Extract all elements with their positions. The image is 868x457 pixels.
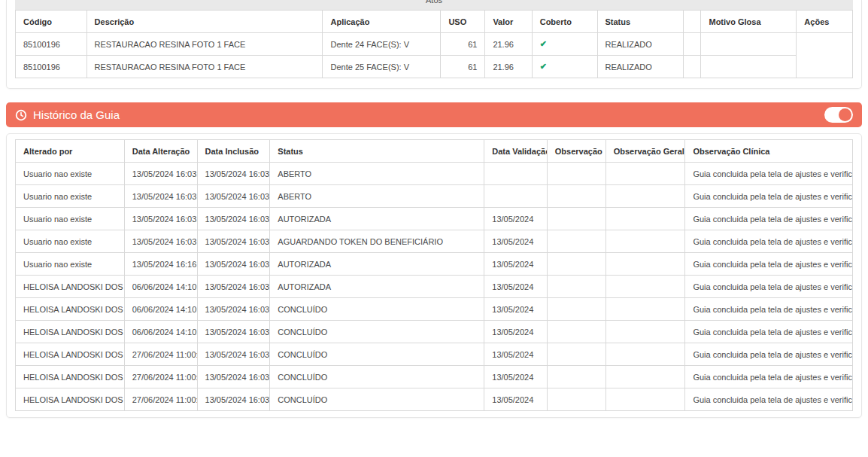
cell-spacer [684,33,701,56]
cell-data-validacao: 13/05/2024 [484,230,547,253]
cell-data-validacao: 13/05/2024 [484,298,547,321]
cell-data-alteracao: 06/06/2024 14:10:24 [124,276,197,298]
cell-data-validacao [484,163,547,185]
cell-data-alteracao: 06/06/2024 14:10:24 [124,321,197,343]
col-header-motivo-glosa: Motivo Glosa [701,11,797,33]
cell-observacao-geral [605,163,685,185]
cell-data-inclusao: 13/05/2024 16:03:46 [197,343,270,366]
table-row: Usuario nao existe 13/05/2024 16:03:46 1… [16,163,853,185]
col-header-uso: USO [441,11,485,33]
col-header-coberto: Coberto [532,11,597,33]
cell-alterado-por: HELOISA LANDOSKI DOS SANTOS [16,321,125,343]
cell-data-alteracao: 06/06/2024 14:10:24 [124,298,197,321]
cell-observacao-geral [605,185,685,208]
cell-data-alteracao: 13/05/2024 16:03:59 [124,230,197,253]
cell-observacao-geral [605,321,685,343]
cell-observacao-clinica: Guia concluida pela tela de ajustes e ve… [685,208,853,230]
col-header-aplicacao: Aplicação [323,11,441,33]
history-clock-icon [15,109,27,121]
cell-motivo-glosa [701,33,797,56]
col-header-codigo: Código [16,11,87,33]
cell-observacao [547,185,605,208]
cell-codigo: 85100196 [16,33,87,56]
cell-alterado-por: Usuario nao existe [16,163,125,185]
cell-data-inclusao: 13/05/2024 16:03:46 [197,253,270,276]
col-header-status: Status [270,140,484,163]
cell-observacao [547,298,605,321]
cell-data-alteracao: 13/05/2024 16:03:46 [124,185,197,208]
cell-status: REALIZADO [597,33,684,56]
cell-status: CONCLUÍDO [270,298,484,321]
cell-aplicacao: Dente 24 FACE(S): V [323,33,441,56]
guide-history-title: Histórico da Guia [33,108,120,121]
covered-check-icon: ✔ [540,39,547,48]
cell-observacao-geral [605,388,685,411]
cell-data-validacao: 13/05/2024 [484,366,547,388]
cell-observacao [547,208,605,230]
procedures-section-title: Atos [426,0,442,10]
cell-observacao-clinica: Guia concluida pela tela de ajustes e ve… [685,185,853,208]
cell-data-alteracao: 13/05/2024 16:03:46 [124,208,197,230]
cell-observacao [547,163,605,185]
cell-data-validacao [484,185,547,208]
cell-observacao [547,388,605,411]
procedures-table: Código Descrição Aplicação USO Valor Cob… [15,10,853,78]
col-header-observacao-geral: Observação Geral [605,140,685,163]
col-header-acoes: Ações [797,11,853,33]
cell-observacao [547,276,605,298]
cell-observacao [547,321,605,343]
cell-observacao-geral [605,298,685,321]
history-toggle[interactable] [824,107,853,123]
procedures-card: Atos Código Descrição Aplicação USO Valo… [6,0,862,89]
table-row: HELOISA LANDOSKI DOS SANTOS 27/06/2024 1… [16,388,853,411]
cell-data-inclusao: 13/05/2024 16:03:46 [197,276,270,298]
toggle-knob-icon [839,108,851,121]
table-row: HELOISA LANDOSKI DOS SANTOS 06/06/2024 1… [16,321,853,343]
table-row: HELOISA LANDOSKI DOS SANTOS 27/06/2024 1… [16,343,853,366]
cell-data-inclusao: 13/05/2024 16:03:46 [197,208,270,230]
cell-data-validacao: 13/05/2024 [484,276,547,298]
cell-data-alteracao: 13/05/2024 16:16:49 [124,253,197,276]
cell-observacao [547,366,605,388]
table-row: HELOISA LANDOSKI DOS SANTOS 06/06/2024 1… [16,276,853,298]
cell-observacao-clinica: Guia concluida pela tela de ajustes e ve… [685,253,853,276]
col-header-descricao: Descrição [86,11,323,33]
cell-status: CONCLUÍDO [270,321,484,343]
cell-observacao-clinica: Guia concluida pela tela de ajustes e ve… [685,276,853,298]
cell-status: ABERTO [270,185,484,208]
history-table: Alterado por Data Alteração Data Inclusã… [15,139,853,411]
cell-status: AUTORIZADA [270,276,484,298]
history-header-row: Alterado por Data Alteração Data Inclusã… [16,140,853,163]
procedures-section-strip: Atos [15,0,853,10]
cell-data-inclusao: 13/05/2024 16:03:46 [197,298,270,321]
cell-observacao-geral [605,208,685,230]
cell-data-alteracao: 27/06/2024 11:00:19 [124,366,197,388]
cell-data-inclusao: 13/05/2024 16:03:46 [197,388,270,411]
cell-data-alteracao: 27/06/2024 11:00:19 [124,388,197,411]
cell-data-inclusao: 13/05/2024 16:03:46 [197,321,270,343]
table-row: HELOISA LANDOSKI DOS SANTOS 27/06/2024 1… [16,366,853,388]
cell-status: REALIZADO [597,56,684,78]
cell-observacao-clinica: Guia concluida pela tela de ajustes e ve… [685,366,853,388]
cell-aplicacao: Dente 25 FACE(S): V [323,56,441,78]
cell-alterado-por: Usuario nao existe [16,208,125,230]
col-header-data-inclusao: Data Inclusão [197,140,270,163]
cell-status: AUTORIZADA [270,208,484,230]
cell-status: ABERTO [270,163,484,185]
cell-uso: 61 [441,33,485,56]
table-row: 85100196 RESTAURACAO RESINA FOTO 1 FACE … [16,56,853,78]
cell-valor: 21.96 [485,56,532,78]
cell-observacao-clinica: Guia concluida pela tela de ajustes e ve… [685,230,853,253]
cell-spacer [684,56,701,78]
cell-acoes [797,33,853,78]
cell-coberto: ✔ [532,33,597,56]
table-row: Usuario nao existe 13/05/2024 16:03:46 1… [16,208,853,230]
cell-observacao [547,230,605,253]
table-row: HELOISA LANDOSKI DOS SANTOS 06/06/2024 1… [16,298,853,321]
table-row: Usuario nao existe 13/05/2024 16:03:46 1… [16,185,853,208]
table-row: Usuario nao existe 13/05/2024 16:16:49 1… [16,253,853,276]
cell-alterado-por: Usuario nao existe [16,230,125,253]
cell-alterado-por: HELOISA LANDOSKI DOS SANTOS [16,276,125,298]
cell-observacao-geral [605,276,685,298]
cell-valor: 21.96 [485,33,532,56]
